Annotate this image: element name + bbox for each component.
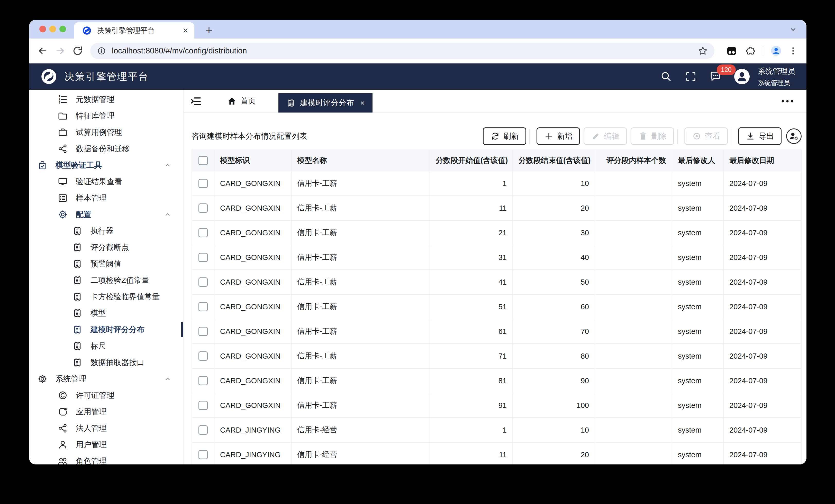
row-checkbox[interactable]	[199, 228, 208, 237]
sidebar-item-model[interactable]: 模型	[29, 305, 183, 321]
tab-close-icon[interactable]: ×	[183, 26, 188, 35]
site-favicon	[82, 26, 91, 35]
new-tab-button[interactable]: +	[202, 23, 216, 37]
sidebar-item-data-extractor-interface[interactable]: 数据抽取器接口	[29, 354, 183, 371]
sidebar-item-executor[interactable]: 执行器	[29, 223, 183, 239]
sidebar-item-role-management[interactable]: 角色管理	[29, 453, 183, 464]
table-row[interactable]: CARD_GONGXIN 信用卡-工薪 61 70 system 2024-07…	[192, 319, 801, 344]
action-button-delete[interactable]: 删除	[631, 127, 674, 145]
back-button[interactable]	[37, 45, 48, 57]
row-checkbox[interactable]	[199, 327, 208, 336]
site-info-icon[interactable]	[96, 46, 107, 56]
bag-check-icon	[37, 160, 47, 170]
row-checkbox[interactable]	[199, 179, 208, 188]
cell-model-id: CARD_JINGYING	[214, 442, 291, 464]
sidebar-item-score-cutoff[interactable]: 评分截断点	[29, 239, 183, 256]
row-checkbox[interactable]	[199, 277, 208, 287]
address-bar[interactable]: localhost:8080/#/mv/config/distribution	[90, 43, 714, 59]
sidebar-item-binomial-z-constant[interactable]: 二项检验Z值常量	[29, 272, 183, 289]
table-row[interactable]: CARD_GONGXIN 信用卡-工薪 1 10 system 2024-07-…	[192, 171, 801, 196]
select-all-checkbox[interactable]	[199, 156, 208, 165]
search-icon[interactable]	[660, 71, 672, 82]
table-row[interactable]: CARD_GONGXIN 信用卡-工薪 51 60 system 2024-07…	[192, 294, 801, 319]
extensions-puzzle-icon[interactable]	[744, 45, 756, 57]
action-button-edit[interactable]: 编辑	[584, 127, 627, 145]
table-row[interactable]: CARD_GONGXIN 信用卡-工薪 31 40 system 2024-07…	[192, 245, 801, 270]
table-row[interactable]: CARD_JINGYING 信用卡-经营 1 10 system 2024-07…	[192, 418, 801, 442]
action-button-refresh[interactable]: 刷新	[483, 127, 526, 145]
row-checkbox[interactable]	[199, 302, 208, 311]
cell-sample-count	[595, 245, 672, 270]
copyright-icon	[58, 390, 68, 400]
table-row[interactable]: CARD_GONGXIN 信用卡-工薪 11 20 system 2024-07…	[192, 196, 801, 220]
action-button-add[interactable]: 新增	[536, 127, 580, 145]
download-icon	[746, 131, 755, 141]
cell-range-start: 11	[430, 442, 513, 464]
sidebar-item-feature-library-management[interactable]: 特征库管理	[29, 108, 183, 124]
page-tab-close-icon[interactable]: ×	[360, 99, 365, 107]
browser-profile-avatar[interactable]	[770, 44, 783, 58]
url-text[interactable]: localhost:8080/#/mv/config/distribution	[112, 46, 697, 56]
sidebar-item-validation-result-view[interactable]: 验证结果查看	[29, 173, 183, 190]
cell-model-name: 信用卡-工薪	[291, 344, 430, 369]
browser-menu-icon[interactable]	[788, 45, 799, 57]
table-row[interactable]: CARD_GONGXIN 信用卡-工薪 81 90 system 2024-07…	[192, 369, 801, 393]
table-row[interactable]: CARD_GONGXIN 信用卡-工薪 21 30 system 2024-07…	[192, 220, 801, 245]
row-checkbox[interactable]	[199, 401, 208, 410]
bookmark-star-icon[interactable]	[697, 45, 708, 56]
user-avatar[interactable]	[734, 69, 750, 84]
action-button-view[interactable]: 查看	[684, 127, 728, 145]
sidebar-item-legal-entity-management[interactable]: 法人管理	[29, 420, 183, 437]
table-row[interactable]: CARD_GONGXIN 信用卡-工薪 91 100 system 2024-0…	[192, 393, 801, 418]
chevron-up-icon[interactable]	[163, 375, 172, 383]
sidebar-item-sample-management[interactable]: 样本管理	[29, 190, 183, 206]
fullscreen-icon[interactable]	[685, 71, 697, 82]
cell-sample-count	[595, 369, 672, 393]
window-zoom-button[interactable]	[59, 26, 66, 33]
table-row[interactable]: CARD_JINGYING 信用卡-经营 11 20 system 2024-0…	[192, 442, 801, 464]
more-actions-icon[interactable]	[780, 96, 795, 106]
table-row[interactable]: CARD_GONGXIN 信用卡-工薪 41 50 system 2024-07…	[192, 270, 801, 294]
sidebar-item-warning-threshold[interactable]: 预警阈值	[29, 256, 183, 272]
briefcase-icon	[58, 127, 68, 138]
sidebar-item-system-management[interactable]: 系统管理	[29, 371, 183, 387]
cell-modified-date: 2024-07-09	[724, 220, 801, 245]
action-button-export[interactable]: 导出	[738, 127, 781, 145]
row-checkbox[interactable]	[199, 425, 208, 435]
extension-icon[interactable]	[726, 45, 737, 57]
sidebar-item-trial-case-management[interactable]: 试算用例管理	[29, 124, 183, 141]
chevron-up-icon[interactable]	[163, 161, 172, 169]
sidebar-collapse-icon[interactable]	[190, 95, 202, 107]
sidebar-item-app-management[interactable]: 应用管理	[29, 403, 183, 420]
sidebar-item-configuration[interactable]: 配置	[29, 206, 183, 223]
cell-model-id: CARD_GONGXIN	[214, 393, 291, 418]
reload-button[interactable]	[72, 45, 84, 57]
sidebar-item-modeling-score-distribution[interactable]: 建模时评分分布	[29, 321, 183, 338]
cell-modified-date: 2024-07-09	[724, 393, 801, 418]
row-checkbox[interactable]	[199, 352, 208, 361]
sidebar-item-metadata-management[interactable]: 123 元数据管理	[29, 91, 183, 108]
home-icon	[227, 97, 237, 106]
row-checkbox[interactable]	[199, 253, 208, 262]
window-close-button[interactable]	[39, 26, 46, 33]
cell-modified-date: 2024-07-09	[724, 344, 801, 369]
sidebar-item-chi-square-critical-constant[interactable]: 卡方检验临界值常量	[29, 289, 183, 305]
home-breadcrumb[interactable]: 首页	[227, 96, 256, 106]
window-minimize-button[interactable]	[49, 26, 56, 33]
cell-sample-count	[595, 418, 672, 442]
sidebar-item-data-backup-migration[interactable]: 数据备份和迁移	[29, 141, 183, 157]
browser-tab[interactable]: 决策引擎管理平台 ×	[74, 22, 195, 39]
sidebar-item-ruler[interactable]: 标尺	[29, 338, 183, 354]
chevron-up-icon[interactable]	[163, 210, 172, 218]
sidebar-item-user-management[interactable]: 用户管理	[29, 437, 183, 453]
page-tab-active[interactable]: 建模时评分分布 ×	[279, 93, 372, 112]
sidebar-item-model-validation-tools[interactable]: 模型验证工具	[29, 157, 183, 173]
table-row[interactable]: CARD_GONGXIN 信用卡-工薪 71 80 system 2024-07…	[192, 344, 801, 369]
sidebar-item-license-management[interactable]: 许可证管理	[29, 387, 183, 403]
row-checkbox[interactable]	[199, 376, 208, 385]
tab-search-chevron-icon[interactable]	[789, 25, 798, 34]
row-checkbox[interactable]	[199, 450, 208, 459]
row-checkbox[interactable]	[199, 204, 208, 213]
gear-icon	[58, 209, 68, 219]
user-settings-button[interactable]	[786, 128, 801, 144]
